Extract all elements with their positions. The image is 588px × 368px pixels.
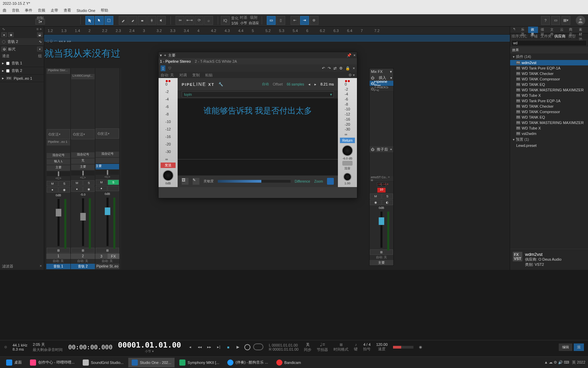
tab-shop[interactable]: 商店 <box>566 27 576 33</box>
tray-ime[interactable]: 英 2022 <box>572 360 585 365</box>
channel-name[interactable]: 音轨 1 <box>46 264 70 269</box>
edit-icon[interactable]: ✎ <box>193 178 199 185</box>
undo-icon[interactable]: ↶ <box>322 66 325 71</box>
record-mode[interactable]: 混合记号 <box>96 152 119 157</box>
taskbar-symphony[interactable]: Symphony MKII [... <box>176 358 223 367</box>
master-solo[interactable]: S <box>382 194 393 199</box>
output-route[interactable]: 主要 <box>47 165 70 171</box>
time-display-1[interactable]: 00:00:00.000 <box>68 343 112 351</box>
fav-icon[interactable]: ♡ <box>168 66 172 71</box>
sig-section[interactable]: 4 / 4拍号 <box>363 342 371 352</box>
sort-folder[interactable]: 文件夹 <box>540 34 552 39</box>
device-dropdown[interactable]: luyin▾ <box>182 91 334 97</box>
menu-icon[interactable]: ▾ <box>160 53 162 58</box>
fader[interactable] <box>71 197 95 247</box>
tab-home[interactable]: ↰ <box>510 27 518 33</box>
mix-view-button[interactable]: 混 <box>574 343 584 351</box>
edit-view-button[interactable]: 编辑 <box>559 343 572 351</box>
search-input[interactable] <box>511 40 587 46</box>
draw-tool[interactable] <box>119 16 128 25</box>
snap-tool[interactable]: ⇤⇥ <box>185 16 194 25</box>
master-auto[interactable]: 自动: 关 <box>370 255 393 260</box>
plugin-titlebar[interactable]: ▾ + 主要 📌 × <box>159 52 357 58</box>
solo-button[interactable]: S <box>83 180 95 186</box>
time-display-2[interactable]: 00001.01.01.00 小节 ▾ <box>118 341 181 354</box>
tab-effects[interactable]: 效果 <box>528 27 538 33</box>
mute-button[interactable]: M <box>96 180 107 185</box>
record-mode[interactable]: 混合记号 <box>71 152 95 158</box>
autoscroll-tool[interactable]: ⟳ <box>195 16 203 25</box>
plugin-item-9[interactable]: FXWD TANK Compressor <box>510 109 588 114</box>
output-route[interactable]: 主要 <box>71 165 95 170</box>
ripple-off[interactable]: ⇤ <box>291 16 299 25</box>
plugin-item-0[interactable]: FXwdm2vst <box>510 60 588 65</box>
taskbar-studioone[interactable]: Studio One - 202... <box>128 358 175 367</box>
paste-label[interactable]: 粘贴 <box>205 73 213 78</box>
snap-display[interactable]: 吸附 自适应 <box>249 15 259 26</box>
track-checkbox[interactable] <box>6 69 10 73</box>
return-gain-knob[interactable] <box>342 145 353 156</box>
mixfx-header[interactable]: Mix FX▾ <box>370 68 393 75</box>
settings-icon[interactable]: ⚙ ▾ <box>348 73 355 77</box>
arrow-tool[interactable] <box>85 16 94 25</box>
wrench-icon[interactable]: 🔧 <box>218 82 223 87</box>
quantize-display[interactable]: 量化 1/16 <box>231 16 239 25</box>
plugin-tab-1[interactable]: 1 - Pipeline Stereo <box>160 59 191 63</box>
track-row-fx[interactable]: ▸ FX Pipeli..eo 1 <box>0 75 44 82</box>
browser-tree[interactable]: ▾ 插件 (14) FXwdm2vst FXWD Tank Pure EQP-1… <box>510 53 588 249</box>
menu-event[interactable]: 事件 <box>25 8 32 13</box>
help-button[interactable]: ? <box>541 16 550 25</box>
rec-button[interactable]: ● <box>96 186 107 191</box>
rewind-tool[interactable]: ⥢ <box>176 16 184 25</box>
pan-slider[interactable] <box>71 171 95 175</box>
solo-button[interactable]: S <box>59 181 70 186</box>
rtz-button[interactable]: ◂ <box>186 343 194 351</box>
image-icon[interactable]: 🖼 <box>182 178 189 185</box>
plugin-window[interactable]: ▾ + 主要 📌 × 1 - Pipeline Stereo 2 - T-Rac… <box>158 52 357 198</box>
marker-add[interactable]: ▾ <box>37 47 43 51</box>
plugins-folder[interactable]: ▾ 插件 (14) <box>510 53 588 60</box>
send-button[interactable]: 发送 <box>161 163 176 168</box>
end-button[interactable]: ▸| <box>215 343 223 351</box>
master-name[interactable]: 主要 <box>370 260 393 265</box>
audio-clip-1[interactable] <box>44 35 510 42</box>
samples-value[interactable]: 66 samples <box>287 82 304 86</box>
monitor-all[interactable]: ◉ <box>8 32 14 37</box>
split-tool[interactable] <box>147 16 156 25</box>
plugin-tab-2[interactable]: 2 - T-RackS CS White 2A <box>195 59 237 63</box>
insert-item-1[interactable]: ⏻ Pipeline Ster... <box>370 81 393 86</box>
insert-slot[interactable]: Pipeline Ster... <box>47 68 70 74</box>
return-button[interactable]: Return <box>340 138 355 143</box>
track-expand[interactable]: ▸ <box>2 68 4 73</box>
send-slot[interactable]: ⏻ 发送 ▾ <box>96 128 119 139</box>
send-slot[interactable]: ⏻ 发送 ▾ <box>47 129 70 139</box>
track-expand[interactable]: ▸ <box>2 76 4 80</box>
plugin-item-7[interactable]: FXWD Tank Pure EQP-1A <box>510 98 588 104</box>
tempo-section[interactable]: 120.00速度 <box>376 342 388 352</box>
expand-button[interactable]: ⊞ <box>47 248 70 253</box>
bypass-icon[interactable]: ▯ <box>161 65 165 71</box>
system-tray[interactable]: ▲ ☁ ⚙ 🔊 ⌨ 英 2022 <box>544 360 585 365</box>
master-mute[interactable]: M <box>370 194 381 199</box>
loop-range[interactable]: L 00001.01.01.00 R 00001.01.01.00 <box>269 343 298 351</box>
menu-studioone[interactable]: Studio One <box>77 9 95 13</box>
fader[interactable] <box>46 198 70 247</box>
stop-button[interactable]: ■ <box>225 343 232 351</box>
automation-mode[interactable]: 自动: 关 <box>46 259 70 264</box>
toggle-1[interactable]: ⬓ <box>37 32 43 37</box>
perf-icon[interactable]: ⊚ <box>4 345 7 349</box>
menu-help[interactable]: 帮助 <box>101 8 108 13</box>
next-icon[interactable]: ▸ <box>314 82 316 87</box>
output-route[interactable]: 主要 <box>96 164 119 169</box>
ripple-all[interactable]: ⊕ <box>310 16 318 25</box>
timeline-ruler[interactable]: 1.2 1.3 1.4 2 2.2 2.3 2.4 3 3.2 3.3 3.4 … <box>44 27 510 35</box>
presets-folder[interactable]: ▾ 预置 (1) <box>510 136 588 143</box>
track-row-1[interactable]: ▸ 音轨 1 <box>0 60 44 67</box>
view-1[interactable]: ▭ <box>267 16 276 25</box>
close-icon[interactable]: × <box>354 53 356 57</box>
layout-button[interactable]: ▦▾ <box>561 16 570 25</box>
track-expand[interactable]: ▸ <box>2 61 4 65</box>
zoom-link[interactable]: Zoom <box>314 180 323 183</box>
menu-audio[interactable]: 音频 <box>38 8 45 13</box>
send-slot[interactable]: ⏻ 发送 ▾ <box>71 129 95 139</box>
